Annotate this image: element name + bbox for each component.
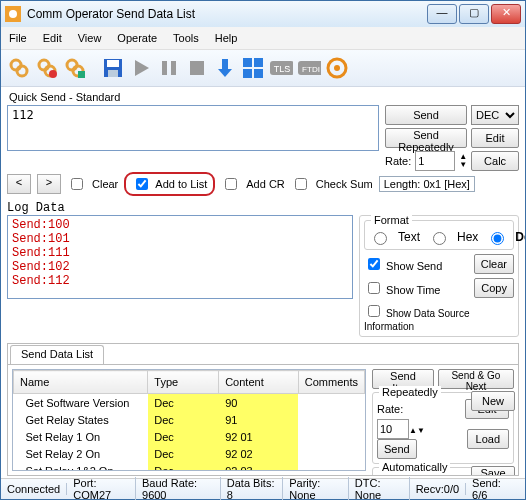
col-comments[interactable]: Comments: [298, 371, 364, 394]
add-cr-checkbox[interactable]: [225, 178, 237, 190]
svg-rect-9: [78, 71, 85, 78]
svg-rect-19: [243, 58, 252, 67]
minimize-button[interactable]: —: [427, 4, 457, 24]
show-time-checkbox[interactable]: [368, 282, 380, 294]
spinner-icon[interactable]: ▲▼: [459, 153, 467, 169]
status-recv: Recv:0/0: [410, 483, 466, 495]
menu-view[interactable]: View: [78, 32, 102, 44]
maximize-button[interactable]: ▢: [459, 4, 489, 24]
svg-rect-15: [171, 61, 176, 75]
length-box: Length: 0x1 [Hex]: [379, 176, 475, 192]
status-dtc: DTC: None: [349, 477, 410, 500]
repeatedly-label: Repeatedly: [379, 386, 441, 398]
table-row[interactable]: Set Relay 2 OnDec92 02: [14, 445, 365, 462]
prev-button[interactable]: <: [7, 174, 31, 194]
svg-point-3: [17, 66, 27, 76]
col-type[interactable]: Type: [148, 371, 219, 394]
table-row[interactable]: Set Relay 1 OnDec92 01: [14, 428, 365, 445]
automatically-label: Automatically: [379, 461, 450, 473]
svg-marker-13: [135, 60, 149, 76]
quick-send-label: Quick Send - Standard: [9, 91, 519, 103]
log-box[interactable]: Send:100 Send:101 Send:111 Send:102 Send…: [7, 215, 353, 299]
show-src-checkbox[interactable]: [368, 305, 380, 317]
col-content[interactable]: Content: [219, 371, 299, 394]
check-sum-checkbox[interactable]: [295, 178, 307, 190]
svg-point-28: [334, 65, 340, 71]
load-button[interactable]: Load: [467, 429, 509, 449]
send-go-next-button[interactable]: Send & Go Next: [438, 369, 514, 389]
check-sum-label: Check Sum: [316, 178, 373, 190]
status-send: Send: 6/6: [466, 477, 519, 500]
link-config-icon[interactable]: [63, 56, 87, 80]
svg-rect-22: [254, 69, 263, 78]
svg-rect-12: [108, 70, 118, 77]
svg-rect-11: [107, 60, 119, 67]
rate-input[interactable]: [415, 151, 455, 171]
pause-icon[interactable]: [157, 56, 181, 80]
show-send-checkbox[interactable]: [368, 258, 380, 270]
svg-marker-18: [218, 69, 232, 77]
new-button[interactable]: New: [471, 391, 515, 411]
repeat-rate-input[interactable]: [377, 419, 409, 439]
download-icon[interactable]: [213, 56, 237, 80]
link-icon[interactable]: [7, 56, 31, 80]
play-icon[interactable]: [129, 56, 153, 80]
quick-send-input[interactable]: [7, 105, 379, 151]
add-cr-label: Add CR: [246, 178, 285, 190]
add-to-list-label: Add to List: [155, 178, 207, 190]
svg-rect-16: [190, 61, 204, 75]
titlebar: Comm Operator Send Data List — ▢ ✕: [1, 1, 525, 27]
table-row[interactable]: Get Software VersionDec90: [14, 394, 365, 412]
menu-edit[interactable]: Edit: [43, 32, 62, 44]
sdl-send-button[interactable]: Send: [377, 439, 417, 459]
stop-icon[interactable]: [185, 56, 209, 80]
menu-operate[interactable]: Operate: [117, 32, 157, 44]
send-data-table[interactable]: Name Type Content Comments Get Software …: [12, 369, 366, 471]
app-icon: [5, 6, 21, 22]
table-row[interactable]: Set Relay 1&2 OnDec92 03: [14, 462, 365, 471]
svg-rect-17: [222, 59, 228, 69]
clear-label: Clear: [92, 178, 118, 190]
save-as-button[interactable]: Save As: [471, 466, 515, 475]
toolbar: TLS FTDI: [1, 50, 525, 87]
col-name[interactable]: Name: [14, 371, 148, 394]
log-data-label: Log Data: [7, 201, 519, 215]
svg-text:TLS: TLS: [274, 64, 291, 74]
add-to-list-highlight: Add to List: [124, 172, 215, 196]
table-row[interactable]: Get Relay StatesDec91: [14, 411, 365, 428]
add-to-list-checkbox[interactable]: [136, 178, 148, 190]
format-dec-radio[interactable]: [491, 232, 504, 245]
menu-file[interactable]: File: [9, 32, 27, 44]
calc-button[interactable]: Calc: [471, 151, 519, 171]
window-title: Comm Operator Send Data List: [27, 7, 427, 21]
status-connected: Connected: [7, 483, 67, 495]
format-hex-radio[interactable]: [433, 232, 446, 245]
send-button[interactable]: Send: [385, 105, 467, 125]
status-port: Port: COM27: [67, 477, 136, 500]
menubar: File Edit View Operate Tools Help: [1, 27, 525, 50]
menu-tools[interactable]: Tools: [173, 32, 199, 44]
next-button[interactable]: >: [37, 174, 61, 194]
ftdi-icon[interactable]: FTDI: [297, 56, 321, 80]
log-clear-button[interactable]: Clear: [474, 254, 514, 274]
svg-point-6: [49, 70, 57, 78]
svg-text:FTDI: FTDI: [302, 65, 320, 74]
format-select[interactable]: DEC: [471, 105, 519, 125]
send-repeatedly-button[interactable]: Send Repeatedly: [385, 128, 467, 148]
edit-button[interactable]: Edit: [471, 128, 519, 148]
tls-icon[interactable]: TLS: [269, 56, 293, 80]
target-icon[interactable]: [325, 56, 349, 80]
clear-checkbox[interactable]: [71, 178, 83, 190]
close-button[interactable]: ✕: [491, 4, 521, 24]
status-parity: Parity: None: [283, 477, 349, 500]
format-text-radio[interactable]: [374, 232, 387, 245]
svg-rect-21: [243, 69, 252, 78]
tab-send-data-list[interactable]: Send Data List: [10, 345, 104, 364]
svg-rect-14: [162, 61, 167, 75]
menu-help[interactable]: Help: [215, 32, 238, 44]
unlink-icon[interactable]: [35, 56, 59, 80]
svg-rect-20: [254, 58, 263, 67]
calc-icon[interactable]: [241, 56, 265, 80]
save-icon[interactable]: [101, 56, 125, 80]
log-copy-button[interactable]: Copy: [474, 278, 514, 298]
